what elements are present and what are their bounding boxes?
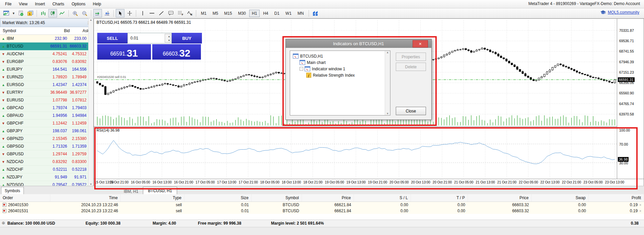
delete-button[interactable]: Delete <box>396 63 426 71</box>
chart-shift-button[interactable] <box>103 9 111 17</box>
text-label-button[interactable] <box>166 9 175 17</box>
timeframe-d1[interactable]: D1 <box>272 10 282 17</box>
new-order-button[interactable]: + <box>16 9 25 17</box>
tree-collapse-icon[interactable]: - <box>300 67 303 71</box>
market-watch-row[interactable]: ▼EURTRY36.9644936.97277 <box>0 89 93 96</box>
market-watch-row[interactable]: ▼GBPUSD1.297441.29759 <box>0 150 93 158</box>
column-bid[interactable]: Bid <box>46 28 70 33</box>
market-watch-row[interactable]: ▲EURJPY164.541164.556 <box>0 66 93 73</box>
timeframe-m30[interactable]: M30 <box>235 10 249 17</box>
market-watch-row[interactable]: ▼EURUSD1.077981.07812 <box>0 96 93 104</box>
column-ask[interactable]: Ask <box>70 28 91 33</box>
orders-column-profit[interactable]: Profit <box>589 194 644 202</box>
volume-input[interactable]: 0.01 ▲ ▼ <box>127 33 172 44</box>
market-watch-row[interactable]: ▲GBPSGD1.713261.71359 <box>0 143 93 150</box>
orders-column-sl[interactable]: S / L <box>354 194 411 202</box>
timeframe-m15[interactable]: M15 <box>221 10 234 17</box>
timeframe-m1[interactable]: M1 <box>198 10 209 17</box>
menu-item-file[interactable]: File <box>1 0 15 8</box>
fibonacci-button[interactable]: F <box>176 9 184 17</box>
dialog-close-button[interactable]: ✕ <box>413 40 428 48</box>
expander-icon[interactable]: ⊕ <box>2 221 5 225</box>
line-chart-button[interactable] <box>58 9 66 17</box>
scroll-up-icon[interactable]: ▲ <box>90 18 92 21</box>
new-chart-dropdown[interactable]: ▼ <box>11 9 16 17</box>
market-watch-row[interactable]: ▼EURGBP0.830760.83092 <box>0 58 93 66</box>
indicator-tree-listbox[interactable]: BTCUSD,H1Main chart-Indicator window 1fR… <box>290 51 390 115</box>
new-chart-button[interactable]: + <box>2 9 10 17</box>
orders-column-type[interactable]: Type <box>121 194 184 202</box>
order-row[interactable]: 2604015312024.10.23 13:22:46sell0.01BTCU… <box>0 208 644 214</box>
column-symbol[interactable]: Symbol <box>0 28 46 33</box>
timeframe-w1[interactable]: W1 <box>283 10 294 17</box>
trendline-button[interactable] <box>157 9 166 17</box>
market-watch-row[interactable]: ▼GBPCHF1.124421.12459 <box>0 120 93 127</box>
scroll-down-icon[interactable]: ▼ <box>90 183 92 186</box>
price-axis[interactable]: 70331.8769536.7168741.5567946.3967151.23… <box>617 19 644 179</box>
zoom-in-button[interactable] <box>71 9 79 17</box>
horizontal-line-button[interactable] <box>148 9 156 17</box>
close-order-icon[interactable]: × <box>639 203 641 207</box>
candlestick-chart-button[interactable] <box>48 9 57 17</box>
market-watch-row[interactable]: ▲NZDJPY91.94991.971 <box>0 173 93 181</box>
tree-item[interactable]: Main chart <box>291 59 389 66</box>
volume-stepper[interactable]: ▲ ▼ <box>165 34 171 43</box>
symbols-button[interactable]: $ <box>26 9 35 17</box>
orders-column-price[interactable]: Price <box>468 194 532 202</box>
menu-item-options[interactable]: Options <box>68 0 89 8</box>
market-watch-row[interactable]: ▼EURNZD1.789201.78949 <box>0 73 93 81</box>
buy-button[interactable]: BUY <box>172 33 202 44</box>
time-axis[interactable]: 15 Oct 13:0015 Oct 21:0016 Oct 05:0016 O… <box>94 179 644 186</box>
order-row[interactable]: 2604015302024.10.23 13:22:46sell0.01BTCU… <box>0 202 644 208</box>
orders-column-time[interactable]: Time <box>50 194 121 202</box>
crosshair-button[interactable] <box>125 9 134 17</box>
orders-column-swap[interactable]: Swap <box>532 194 589 202</box>
market-watch-row[interactable]: ▲NZDCHF0.522110.52218 <box>0 166 93 173</box>
vertical-line-button[interactable] <box>138 9 147 17</box>
tree-item[interactable]: fRelative Strength Index <box>291 72 389 78</box>
market-watch-row[interactable]: ▲BTCUSD66591.3166603.32 <box>0 43 93 50</box>
market-watch-row[interactable]: ▲GBPAUD1.949561.94984 <box>0 112 93 120</box>
close-button[interactable]: Close <box>396 107 426 115</box>
zoom-out-button[interactable] <box>80 9 89 17</box>
tile-windows-button[interactable] <box>311 9 320 17</box>
close-order-icon[interactable]: × <box>639 209 641 213</box>
scroll-down-icon[interactable]: ▼ <box>386 112 389 115</box>
menu-item-view[interactable]: View <box>15 0 31 8</box>
mql5-community-link[interactable]: MQL5.community <box>608 10 639 15</box>
market-watch-scrollbar[interactable]: ▲ ▼ <box>88 18 93 186</box>
market-watch-row[interactable]: ▲EURSGD1.423471.42374 <box>0 81 93 89</box>
market-watch-row[interactable]: ▲NZDSGD0.795470.79572 <box>0 181 93 186</box>
menu-item-charts[interactable]: Charts <box>49 0 68 8</box>
market-watch-row[interactable]: ▲GBPCAD1.793741.79403 <box>0 104 93 112</box>
market-watch-row[interactable]: ▼AUDCNH4.752414.75312 <box>0 50 93 58</box>
orders-column-size[interactable]: Size <box>184 194 252 202</box>
tree-item[interactable]: BTCUSD,H1 <box>291 53 389 59</box>
market-watch-row[interactable]: ▼GBPNZD2.153452.15380 <box>0 135 93 143</box>
orders-column-symbol[interactable]: Symbol <box>252 194 302 202</box>
menu-item-insert[interactable]: Insert <box>31 0 49 8</box>
listbox-scrollbar[interactable]: ▲ ▼ <box>385 51 390 115</box>
buy-price-display[interactable]: 66603.32 <box>152 44 201 60</box>
sell-price-display[interactable]: 66591.31 <box>97 44 151 60</box>
spinner-down-icon[interactable]: ▼ <box>165 39 170 42</box>
market-watch-row[interactable]: ▲GBPJPY198.037198.061 <box>0 127 93 135</box>
scroll-up-icon[interactable]: ▲ <box>386 51 389 54</box>
sell-button[interactable]: SELL <box>97 33 127 44</box>
market-watch-row[interactable]: ▼NZDCAD0.832920.83300 <box>0 158 93 166</box>
tree-item[interactable]: -Indicator window 1 <box>291 66 389 72</box>
symbols-tab[interactable]: Symbols <box>1 187 24 194</box>
properties-button[interactable]: Properties <box>396 53 426 61</box>
auto-scroll-button[interactable] <box>93 9 102 17</box>
orders-column-price[interactable]: Price <box>302 194 354 202</box>
cursor-button[interactable] <box>116 9 124 17</box>
bar-chart-button[interactable] <box>39 9 48 17</box>
timeframe-h4[interactable]: H4 <box>260 10 271 17</box>
timeframe-m5[interactable]: M5 <box>210 10 221 17</box>
timeframe-h1[interactable]: H1 <box>249 10 260 17</box>
market-watch-row[interactable]: ▲IBM232.90233.00 <box>0 35 93 43</box>
chart-tab-ibm-h1[interactable]: IBM, H1 <box>119 188 143 194</box>
menu-item-help[interactable]: Help <box>89 0 105 8</box>
arrows-tool-button[interactable]: E <box>185 9 194 17</box>
orders-column-order[interactable]: Order <box>0 194 50 202</box>
